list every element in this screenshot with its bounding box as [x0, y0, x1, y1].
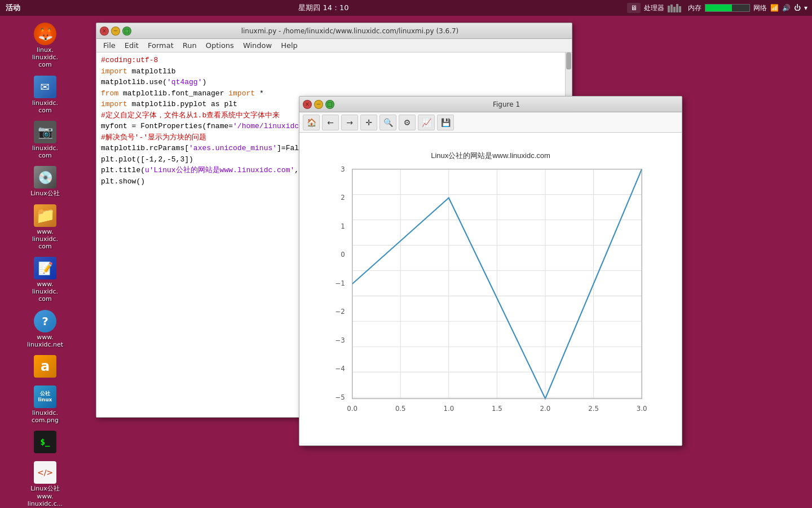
email-icon: ✉ — [34, 76, 56, 98]
help-icon: ? — [34, 310, 56, 332]
svg-text:−1: −1 — [335, 279, 345, 287]
desktop-icon-png[interactable]: 公社linux linuxidc.com.png — [23, 383, 68, 426]
menu-run[interactable]: Run — [178, 40, 201, 51]
desktop-icon-amazon[interactable]: a — [23, 353, 68, 381]
memory-bar — [705, 4, 750, 12]
drive-label: Linux公社 — [30, 190, 60, 197]
desktop-icon-www-folder[interactable]: 📁 www.linuxidc.com — [23, 202, 68, 253]
memory-label: 内存 — [688, 3, 701, 13]
menu-help[interactable]: Help — [276, 40, 302, 51]
activities-label[interactable]: 活动 — [0, 3, 20, 13]
terminal-icon: $_ — [34, 431, 56, 453]
idle-window-controls: × − □ — [100, 27, 131, 36]
menu-window[interactable]: Window — [239, 40, 276, 51]
figure-plot-button[interactable]: 📈 — [418, 115, 435, 130]
svg-text:0.5: 0.5 — [395, 405, 406, 413]
code-line-3: matplotlib.use('qt4agg') — [101, 77, 567, 88]
idle-maximize-button[interactable]: □ — [122, 27, 131, 36]
svg-rect-4 — [679, 6, 681, 12]
idle-scrollbar-thumb[interactable] — [566, 52, 571, 69]
svg-text:0.0: 0.0 — [347, 405, 358, 413]
svg-rect-2 — [673, 7, 676, 12]
drive-icon: 💿 — [34, 166, 56, 189]
svg-text:3: 3 — [341, 165, 345, 173]
code-label: Linux公社www.linuxidc.c... — [28, 485, 63, 507]
figure-save-button[interactable]: 💾 — [437, 115, 454, 130]
firefox-label: linux.linuxidc.com — [32, 46, 58, 69]
cpu-graphs — [668, 3, 685, 12]
figure-forward-button[interactable]: → — [341, 115, 358, 130]
taskbar-right: 🖥 处理器 内存 网络 📶 🔊 ⏻ ▾ — [627, 3, 812, 13]
figure-home-button[interactable]: 🏠 — [303, 115, 320, 130]
volume-icon[interactable]: 🔊 — [782, 4, 791, 12]
figure-close-button[interactable]: × — [303, 100, 312, 109]
svg-text:−2: −2 — [335, 308, 345, 316]
idle-menubar: File Edit Format Run Options Window Help — [96, 39, 572, 52]
figure-minimize-button[interactable]: − — [314, 100, 323, 109]
amazon-icon: a — [34, 355, 56, 378]
figure-canvas: Linux公社的网站是www.linuxidc.com — [299, 133, 682, 445]
menu-options[interactable]: Options — [201, 40, 239, 51]
idle-titlebar: × − □ linuxmi.py - /home/linuxidc/www.li… — [96, 23, 572, 39]
idle-window-title: linuxmi.py - /home/linuxidc/www.linuxidc… — [131, 27, 568, 35]
taskbar: 活动 星期四 14：10 🖥 处理器 内存 网络 📶 🔊 ⏻ ▾ — [0, 0, 812, 16]
power-icon[interactable]: ⏻ — [794, 4, 801, 12]
figure-zoom-button[interactable]: 🔍 — [379, 115, 396, 130]
menu-file[interactable]: File — [99, 40, 120, 51]
desktop-icon-camera[interactable]: 📷 linuxidc.com — [23, 119, 68, 161]
idle-minimize-button[interactable]: − — [111, 27, 120, 36]
memory-bar-fill — [705, 5, 732, 11]
chevron-down-icon[interactable]: ▾ — [804, 4, 807, 12]
code-line-2: import matplotlib — [101, 66, 567, 77]
figure-window-title: Figure 1 — [334, 100, 678, 108]
menu-edit[interactable]: Edit — [120, 40, 143, 51]
svg-rect-1 — [670, 5, 673, 12]
desktop-icon-code[interactable]: </> Linux公社www.linuxidc.c... — [23, 459, 68, 508]
camera-icon: 📷 — [34, 121, 56, 143]
menu-format[interactable]: Format — [143, 40, 178, 51]
taskbar-center: 星期四 14：10 — [20, 3, 627, 13]
screen-icon[interactable]: 🖥 — [627, 3, 641, 13]
figure-window-controls: × − □ — [303, 100, 334, 109]
figure-toolbar: 🏠 ← → ✛ 🔍 ⚙ 📈 💾 — [299, 112, 682, 133]
chart-area: Linux公社的网站是www.linuxidc.com — [316, 151, 665, 427]
desktop-icon-terminal[interactable]: $_ — [23, 428, 68, 457]
svg-text:−4: −4 — [335, 365, 345, 373]
network-icon[interactable]: 📶 — [770, 4, 779, 12]
svg-text:2.0: 2.0 — [540, 405, 551, 413]
processor-label: 处理器 — [644, 3, 664, 13]
idle-close-button[interactable]: × — [100, 27, 109, 36]
svg-text:−5: −5 — [335, 393, 345, 401]
desktop-icon-drive[interactable]: 💿 Linux公社 — [23, 164, 68, 199]
desktop-icon-firefox[interactable]: 🦊 linux.linuxidc.com — [23, 20, 68, 71]
png-label: linuxidc.com.png — [32, 409, 59, 424]
svg-text:3.0: 3.0 — [637, 405, 647, 413]
writer-label: www.linuxidc.com — [32, 281, 58, 303]
svg-rect-0 — [668, 6, 670, 12]
figure-window: × − □ Figure 1 🏠 ← → ✛ 🔍 ⚙ 📈 💾 Linux公社的网… — [299, 96, 682, 446]
svg-text:2.5: 2.5 — [588, 405, 599, 413]
desktop-icons: 🦊 linux.linuxidc.com ✉ linuxidc.com 📷 li… — [0, 16, 90, 508]
writer-icon: 📝 — [34, 257, 56, 279]
firefox-icon: 🦊 — [34, 23, 56, 45]
network-label: 网络 — [753, 3, 767, 13]
code-icon: </> — [34, 461, 56, 484]
svg-text:1.5: 1.5 — [492, 405, 502, 413]
desktop-icon-help[interactable]: ? www.linuxidc.net — [23, 308, 68, 351]
svg-text:2: 2 — [341, 194, 345, 202]
code-line-1: #coding:utf-8 — [101, 55, 567, 66]
figure-pan-button[interactable]: ✛ — [360, 115, 377, 130]
www-folder-icon: 📁 — [34, 204, 56, 227]
figure-back-button[interactable]: ← — [322, 115, 339, 130]
svg-text:1: 1 — [341, 222, 345, 230]
figure-maximize-button[interactable]: □ — [325, 100, 334, 109]
svg-text:−3: −3 — [335, 336, 345, 344]
chart-title: Linux公社的网站是www.linuxidc.com — [316, 151, 665, 161]
png-icon: 公社linux — [34, 386, 56, 408]
desktop-icon-email[interactable]: ✉ linuxidc.com — [23, 73, 68, 116]
www-folder-label: www.linuxidc.com — [32, 228, 58, 251]
desktop-icon-writer[interactable]: 📝 www.linuxidc.com — [23, 255, 68, 305]
email-label: linuxidc.com — [32, 99, 58, 114]
figure-adjust-button[interactable]: ⚙ — [399, 115, 416, 130]
datetime-label: 星期四 14：10 — [298, 3, 348, 13]
